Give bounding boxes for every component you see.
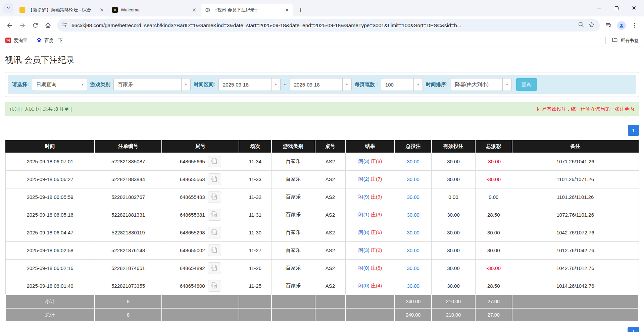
select-date-start[interactable]: 2025-09-18 ▼ <box>218 78 281 91</box>
cell-table-no: AS2 <box>315 224 346 241</box>
round-number: 648655483 <box>180 194 205 200</box>
total-bet-link[interactable]: 30.00 <box>407 283 419 289</box>
total-bet-link[interactable]: 30.00 <box>407 176 419 182</box>
select-page-size[interactable]: 100 ▼ <box>381 78 423 91</box>
total-bet-link[interactable]: 30.00 <box>407 230 419 235</box>
video-replay-button[interactable] <box>208 209 221 221</box>
cell-round-id: 648655563 <box>162 170 239 188</box>
close-icon[interactable]: ✕ <box>99 7 105 13</box>
select-value: 降幂(由大到小) <box>451 78 502 91</box>
page-1-button[interactable]: 1 <box>628 125 639 136</box>
round-number: 648655002 <box>180 247 205 253</box>
cell-time: 2025-09-18 06:06:27 <box>5 170 95 188</box>
all-bookmarks-label: 所有书签 <box>621 38 639 44</box>
table-row: 2025-09-18 06:05:59522821882767648655483… <box>5 188 639 206</box>
site-settings-icon[interactable] <box>62 22 67 29</box>
close-icon[interactable]: ✕ <box>191 7 197 13</box>
cell-game-type: 百家乐 <box>271 170 315 188</box>
cell-time: 2025-09-18 06:01:40 <box>5 277 95 295</box>
close-icon[interactable]: ✕ <box>284 7 290 13</box>
summary-cell: 210.00 <box>432 308 475 322</box>
cell-session: 11-25 <box>239 277 271 295</box>
cell-result: 闲(8) 庄(6) <box>345 224 395 241</box>
maximize-icon[interactable] <box>614 6 619 10</box>
video-replay-button[interactable] <box>208 280 221 292</box>
cell-valid-bet: 30.00 <box>432 153 475 170</box>
media-control-icon[interactable] <box>602 19 615 32</box>
cell-note: 1072.76/1101.26 <box>512 206 639 224</box>
taobao-icon: 淘 <box>5 38 11 43</box>
browser-tab-betrecord[interactable]: :::视讯 会员下注纪录::: ✕ <box>201 4 293 16</box>
cell-time: 2025-09-18 06:07:01 <box>5 153 95 170</box>
video-replay-button[interactable] <box>208 262 221 274</box>
cell-table-no: AS2 <box>315 188 346 206</box>
select-time-sort[interactable]: 降幂(由大到小) ▼ <box>451 78 512 91</box>
cell-session: 11-32 <box>239 188 271 206</box>
total-bet-link[interactable]: 30.00 <box>407 194 419 200</box>
summary-bar: 币别：人民币 | 总共 :8 注单 | 同局有效投注，统一计算在该局第一张注单内 <box>5 102 639 116</box>
profile-avatar[interactable] <box>615 19 628 32</box>
round-number: 648654892 <box>180 265 205 271</box>
total-bet-link[interactable]: 30.00 <box>407 212 419 218</box>
reload-icon[interactable] <box>29 19 42 32</box>
bookmark-taobao[interactable]: 淘 爱淘宝 <box>5 38 28 44</box>
url-text[interactable]: 66cxkj98.com/game/betrecord_search/kind3… <box>71 22 574 29</box>
summary-cell: 8 <box>95 295 162 308</box>
total-bet-link[interactable]: 30.00 <box>407 247 419 253</box>
summary-cell <box>162 308 239 322</box>
select-query-type[interactable]: 日期查询 ▼ <box>32 78 87 91</box>
cell-valid-bet: 30.00 <box>432 224 475 241</box>
video-replay-button[interactable] <box>208 244 221 256</box>
cell-time: 2025-09-18 06:05:16 <box>5 206 95 224</box>
cell-total-bet: 30.00 <box>395 170 431 188</box>
globe-icon <box>205 7 210 13</box>
window-close-icon[interactable]: ✕ <box>632 6 636 10</box>
bookmark-baidu[interactable]: 百度一下 <box>36 37 63 44</box>
bottom-page-1-button[interactable]: 1 <box>628 327 639 332</box>
total-bet-link[interactable]: 30.00 <box>407 159 419 164</box>
video-replay-icon <box>211 211 218 219</box>
cell-total-bet: 30.00 <box>395 277 431 295</box>
total-bet-link[interactable]: 30.00 <box>407 265 419 271</box>
address-bar[interactable]: 66cxkj98.com/game/betrecord_search/kind3… <box>57 19 600 32</box>
video-replay-button[interactable] <box>208 156 221 167</box>
minimize-icon[interactable] <box>597 6 602 10</box>
summary-cell: 240.00 <box>395 295 431 308</box>
zoom-icon[interactable] <box>578 21 584 29</box>
table-row: 2025-09-18 06:05:16522821881331648655381… <box>5 206 639 224</box>
cell-note: 1101.26/1101.26 <box>512 188 639 206</box>
all-bookmarks-button[interactable]: 所有书签 <box>612 37 639 44</box>
table-body: 2025-09-18 06:07:01522821885087648655665… <box>5 153 639 295</box>
video-replay-button[interactable] <box>208 173 221 185</box>
video-replay-button[interactable] <box>208 191 221 203</box>
video-replay-button[interactable] <box>208 227 221 238</box>
home-icon[interactable] <box>42 19 54 32</box>
table-row: 2025-09-18 06:01:40522821873355648654800… <box>5 277 639 295</box>
new-tab-button[interactable]: + <box>296 5 305 15</box>
table-row: 2025-09-18 06:02:16522821874651648654892… <box>5 259 639 277</box>
back-icon[interactable] <box>3 19 16 32</box>
cell-session: 11-27 <box>239 241 271 259</box>
payout-value: 28.50 <box>487 212 500 218</box>
summary-row: 总计8240.00210.0027.00 <box>5 308 639 322</box>
column-header: 局号 <box>162 140 239 153</box>
menu-dots-icon[interactable] <box>628 19 641 32</box>
bookmark-star-icon[interactable] <box>588 21 595 30</box>
cell-game-type: 百家乐 <box>271 188 315 206</box>
video-replay-icon <box>211 282 218 290</box>
summary-cell <box>162 295 239 308</box>
browser-tab-forum[interactable]: 【新提醒】海燕策略论坛 - 综合 ✕ <box>15 4 108 16</box>
cell-note: 1012.76/1042.76 <box>512 241 639 259</box>
column-header: 总派彩 <box>475 140 512 153</box>
browser-tab-welcome[interactable]: Welcome ✕ <box>108 4 201 16</box>
tab-search-button[interactable] <box>3 3 13 13</box>
select-date-end[interactable]: 2025-09-18 ▼ <box>290 78 352 91</box>
search-button[interactable]: 查询 <box>516 78 537 91</box>
summary-cell <box>315 295 346 308</box>
forward-icon[interactable] <box>16 19 29 32</box>
column-header: 备注 <box>512 140 639 153</box>
summary-cell <box>271 308 315 322</box>
select-game-category[interactable]: 百家乐 ▼ <box>113 78 191 91</box>
cell-session: 11-31 <box>239 206 271 224</box>
cell-bet-id: 522821881331 <box>95 206 162 224</box>
